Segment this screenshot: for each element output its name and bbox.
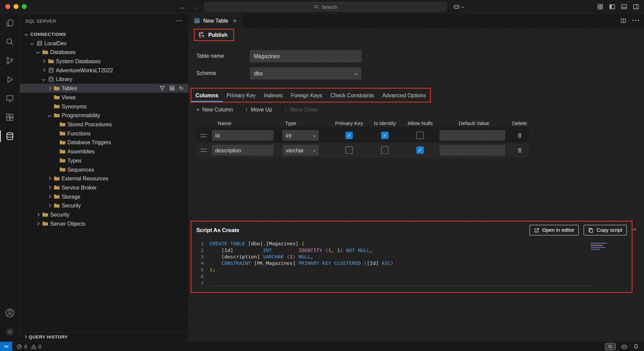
explorer-icon[interactable] [0, 14, 19, 32]
designer-tab-columns[interactable]: Columns [191, 89, 223, 102]
delete-trash-icon[interactable] [516, 132, 523, 139]
checkbox[interactable] [345, 147, 353, 154]
default-value-input[interactable] [439, 145, 505, 156]
close-tab-icon[interactable]: × [233, 17, 236, 24]
back-button[interactable]: ← [180, 3, 186, 10]
tree-item-system-databases[interactable]: System Databases [20, 57, 188, 66]
tree-item-security[interactable]: Security [20, 210, 188, 219]
tree-item-stored-procedures[interactable]: Stored Procedures [20, 120, 188, 129]
designer-tab-foreign-keys[interactable]: Foreign Keys [287, 89, 326, 102]
remote-indicator[interactable]: >< [0, 342, 12, 351]
designer-tab-primary-key[interactable]: Primary Key [223, 89, 260, 102]
tree-item-tables[interactable]: Tables↻ [20, 84, 188, 93]
tree-item-external-resources[interactable]: External Resources [20, 174, 188, 183]
customize-layout-icon[interactable] [597, 3, 603, 9]
tab-new-table[interactable]: New Table × [189, 14, 242, 27]
tree-item-types[interactable]: Types [20, 156, 188, 165]
split-editor-icon[interactable] [620, 18, 626, 24]
designer-tab-indexes[interactable]: Indexes [260, 89, 287, 102]
tree-item-assemblies[interactable]: Assemblies [20, 147, 188, 156]
tree-item-label: Server Objects [49, 221, 86, 227]
search-input[interactable]: Search [204, 2, 447, 11]
column-type-select[interactable]: int [282, 130, 319, 141]
tree-item-security[interactable]: Security [20, 201, 188, 210]
tree-item-adventureworkslt2022[interactable]: AdventureWorksLT2022 [20, 66, 188, 75]
folder-icon [58, 166, 66, 173]
open-in-editor-button[interactable]: Open in editor [529, 225, 579, 235]
tree-section-connections[interactable]: CONNECTIONS [20, 29, 188, 39]
tree-item-library[interactable]: Library [20, 75, 188, 84]
notifications-bell-icon[interactable] [633, 343, 639, 349]
column-header-default-value: Default Value [438, 119, 510, 128]
line-number: 3 [191, 253, 209, 260]
divider [189, 44, 644, 44]
toggle-panel-icon[interactable] [621, 3, 627, 9]
close-window-button[interactable] [5, 4, 10, 9]
line-number: 6 [191, 273, 209, 280]
more-actions-icon[interactable]: ··· [632, 17, 640, 24]
settings-gear-icon[interactable] [0, 322, 19, 341]
checkbox[interactable]: ✓ [381, 132, 389, 139]
column-type-select[interactable]: varchar [282, 145, 319, 156]
tree-item-programmability[interactable]: Programmability [20, 111, 188, 120]
is-identity-cell [367, 143, 402, 158]
tree-item-service-broker[interactable]: Service Broker [20, 183, 188, 192]
drag-handle-icon[interactable] [201, 134, 207, 137]
remote-explorer-icon[interactable] [0, 89, 19, 108]
run-debug-icon[interactable] [0, 70, 19, 89]
twistie-icon [46, 87, 52, 89]
designer-tab-advanced-options[interactable]: Advanced Options [378, 89, 430, 102]
table-name-input[interactable]: Magazines [250, 50, 361, 62]
forward-button[interactable]: → [193, 3, 199, 10]
zoom-status-icon[interactable] [605, 343, 616, 350]
minimize-window-button[interactable] [14, 4, 19, 9]
tree-item-localdev[interactable]: LocalDev [20, 39, 188, 48]
problems-status[interactable]: 0 0 [17, 344, 41, 349]
checkbox[interactable]: ✓ [416, 147, 424, 154]
column-name-input[interactable]: description [212, 145, 274, 156]
table-icon[interactable] [169, 85, 175, 91]
tree-item-sequences[interactable]: Sequences [20, 165, 188, 174]
toolbar-move-up-button[interactable]: ↑Move Up [245, 107, 272, 113]
copilot-status-icon[interactable] [621, 343, 627, 350]
code-text: CONSTRAINT [PK_Magazines] PRIMARY KEY CL… [209, 260, 393, 267]
tree-item-label: LocalDev [44, 40, 67, 46]
checkbox[interactable] [381, 147, 389, 154]
publish-button[interactable]: Publish [195, 29, 233, 40]
checkbox[interactable] [416, 132, 424, 139]
tree-item-databases[interactable]: Databases [20, 48, 188, 57]
toggle-primary-sidebar-icon[interactable] [609, 3, 615, 9]
arrow-down-icon: ↓ [284, 107, 287, 113]
tree-item-storage[interactable]: Storage [20, 192, 188, 201]
query-history-section[interactable]: QUERY HISTORY [20, 332, 188, 341]
extensions-icon[interactable] [0, 108, 19, 127]
copilot-menu[interactable] [453, 3, 464, 10]
tree-item-functions[interactable]: Functions [20, 129, 188, 138]
more-actions-icon[interactable]: ··· [176, 18, 183, 24]
sql-server-extension-icon[interactable] [0, 127, 19, 146]
column-name-input[interactable]: Id [212, 130, 274, 141]
delete-trash-icon[interactable] [516, 147, 523, 153]
copy-script-button[interactable]: Copy script [584, 225, 627, 235]
drag-handle-icon[interactable] [201, 149, 207, 152]
line-number: 2 [191, 247, 209, 253]
refresh-icon[interactable]: ↻ [179, 85, 184, 91]
source-control-icon[interactable] [0, 51, 19, 70]
account-icon[interactable] [0, 304, 19, 323]
script-panel: Script As Create Open in editor [191, 222, 632, 292]
toggle-secondary-sidebar-icon[interactable] [633, 3, 639, 9]
panel-expand-icon[interactable] [633, 226, 636, 233]
search-view-icon[interactable] [0, 32, 19, 51]
tree-item-database-triggers[interactable]: Database Triggers [20, 138, 188, 147]
column-header-allow-nulls: Allow Nulls [402, 119, 438, 128]
filter-icon[interactable] [159, 85, 165, 91]
tree-item-views[interactable]: Views [20, 93, 188, 102]
default-value-input[interactable] [439, 130, 505, 141]
checkbox[interactable]: ✓ [345, 132, 353, 139]
tree-item-synonyms[interactable]: Synonyms [20, 102, 188, 111]
schema-select[interactable]: dbo [250, 67, 361, 79]
tree-item-server-objects[interactable]: Server Objects [20, 219, 188, 228]
maximize-window-button[interactable] [22, 4, 27, 9]
designer-tab-check-constraints[interactable]: Check Constraints [326, 89, 378, 102]
toolbar-new-column-button[interactable]: +New Column [196, 107, 233, 113]
